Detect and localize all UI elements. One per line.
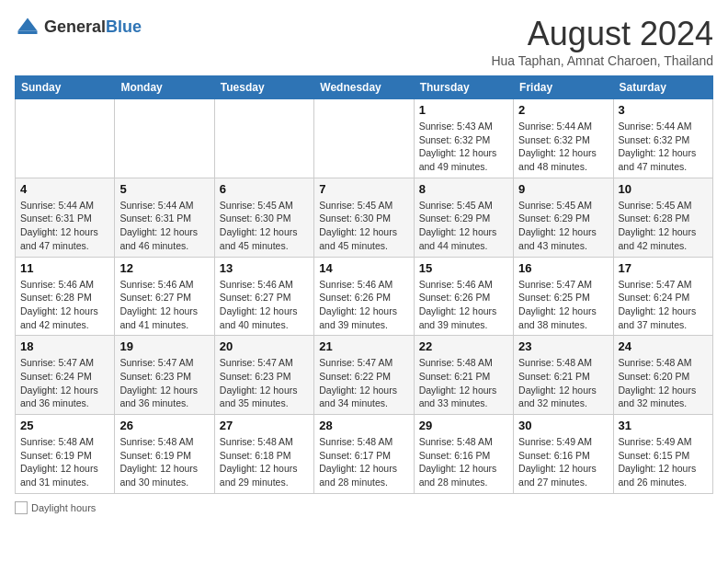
calendar-cell: 16Sunrise: 5:47 AM Sunset: 6:25 PM Dayli…	[514, 257, 613, 336]
week-row-1: 4Sunrise: 5:44 AM Sunset: 6:31 PM Daylig…	[16, 178, 713, 257]
week-row-3: 18Sunrise: 5:47 AM Sunset: 6:24 PM Dayli…	[16, 336, 713, 415]
day-info: Sunrise: 5:46 AM Sunset: 6:27 PM Dayligh…	[220, 278, 309, 332]
day-number: 25	[20, 419, 109, 432]
day-info: Sunrise: 5:46 AM Sunset: 6:27 PM Dayligh…	[119, 278, 209, 332]
day-number: 7	[319, 182, 408, 196]
calendar-cell: 25Sunrise: 5:48 AM Sunset: 6:19 PM Dayli…	[16, 415, 115, 494]
day-info: Sunrise: 5:49 AM Sunset: 6:16 PM Dayligh…	[518, 435, 608, 489]
day-number: 3	[619, 103, 708, 117]
calendar-cell: 18Sunrise: 5:47 AM Sunset: 6:24 PM Dayli…	[16, 336, 115, 415]
legend-color-box	[15, 501, 28, 514]
svg-rect-1	[18, 31, 38, 35]
calendar-cell: 8Sunrise: 5:45 AM Sunset: 6:29 PM Daylig…	[414, 178, 513, 257]
day-number: 8	[419, 182, 508, 196]
day-info: Sunrise: 5:45 AM Sunset: 6:30 PM Dayligh…	[220, 199, 309, 253]
location-subtitle: Hua Taphan, Amnat Charoen, Thailand	[491, 53, 713, 68]
day-info: Sunrise: 5:44 AM Sunset: 6:32 PM Dayligh…	[619, 120, 708, 174]
day-number: 10	[619, 182, 708, 196]
day-info: Sunrise: 5:43 AM Sunset: 6:32 PM Dayligh…	[419, 120, 508, 174]
day-number: 21	[319, 339, 408, 353]
day-info: Sunrise: 5:44 AM Sunset: 6:31 PM Dayligh…	[119, 199, 209, 253]
day-info: Sunrise: 5:45 AM Sunset: 6:28 PM Dayligh…	[619, 199, 708, 253]
day-number: 4	[20, 182, 109, 196]
calendar-cell: 21Sunrise: 5:47 AM Sunset: 6:22 PM Dayli…	[314, 336, 414, 415]
day-info: Sunrise: 5:47 AM Sunset: 6:23 PM Dayligh…	[220, 356, 309, 410]
day-info: Sunrise: 5:47 AM Sunset: 6:22 PM Dayligh…	[319, 356, 408, 410]
day-info: Sunrise: 5:48 AM Sunset: 6:20 PM Dayligh…	[619, 356, 708, 410]
day-number: 28	[319, 419, 408, 432]
day-number: 29	[419, 419, 508, 432]
day-info: Sunrise: 5:47 AM Sunset: 6:23 PM Dayligh…	[119, 356, 209, 410]
day-number: 18	[20, 339, 109, 353]
day-number: 22	[419, 339, 508, 353]
week-row-0: 1Sunrise: 5:43 AM Sunset: 6:32 PM Daylig…	[16, 99, 713, 178]
day-header-sunday: Sunday	[16, 76, 115, 99]
day-number: 24	[619, 339, 708, 353]
day-info: Sunrise: 5:48 AM Sunset: 6:19 PM Dayligh…	[119, 435, 209, 489]
day-info: Sunrise: 5:48 AM Sunset: 6:16 PM Dayligh…	[419, 435, 508, 489]
calendar-cell: 12Sunrise: 5:46 AM Sunset: 6:27 PM Dayli…	[115, 257, 214, 336]
calendar-cell: 22Sunrise: 5:48 AM Sunset: 6:21 PM Dayli…	[414, 336, 513, 415]
day-number: 30	[518, 419, 608, 432]
day-number: 17	[619, 261, 708, 275]
day-number: 6	[220, 182, 309, 196]
day-info: Sunrise: 5:45 AM Sunset: 6:29 PM Dayligh…	[419, 199, 508, 253]
day-header-friday: Friday	[514, 76, 613, 99]
page-header: General Blue August 2024 Hua Taphan, Amn…	[15, 15, 713, 68]
day-header-saturday: Saturday	[613, 76, 712, 99]
day-info: Sunrise: 5:48 AM Sunset: 6:21 PM Dayligh…	[419, 356, 508, 410]
calendar-cell: 14Sunrise: 5:46 AM Sunset: 6:26 PM Dayli…	[314, 257, 414, 336]
day-number: 16	[518, 261, 608, 275]
day-number: 11	[20, 261, 109, 275]
day-number: 1	[419, 103, 508, 117]
logo-icon	[15, 15, 40, 40]
day-info: Sunrise: 5:44 AM Sunset: 6:32 PM Dayligh…	[518, 120, 608, 174]
day-info: Sunrise: 5:48 AM Sunset: 6:18 PM Dayligh…	[220, 435, 309, 489]
day-info: Sunrise: 5:48 AM Sunset: 6:19 PM Dayligh…	[20, 435, 109, 489]
calendar-cell: 23Sunrise: 5:48 AM Sunset: 6:21 PM Dayli…	[514, 336, 613, 415]
calendar-cell: 1Sunrise: 5:43 AM Sunset: 6:32 PM Daylig…	[414, 99, 513, 178]
svg-marker-0	[18, 18, 38, 31]
day-header-tuesday: Tuesday	[214, 76, 313, 99]
calendar-cell: 3Sunrise: 5:44 AM Sunset: 6:32 PM Daylig…	[613, 99, 712, 178]
calendar-cell: 31Sunrise: 5:49 AM Sunset: 6:15 PM Dayli…	[613, 415, 712, 494]
week-row-4: 25Sunrise: 5:48 AM Sunset: 6:19 PM Dayli…	[16, 415, 713, 494]
day-headers-row: SundayMondayTuesdayWednesdayThursdayFrid…	[16, 76, 713, 99]
day-info: Sunrise: 5:44 AM Sunset: 6:31 PM Dayligh…	[20, 199, 109, 253]
day-info: Sunrise: 5:46 AM Sunset: 6:28 PM Dayligh…	[20, 278, 109, 332]
logo-general-text: General	[44, 18, 106, 37]
calendar-cell: 29Sunrise: 5:48 AM Sunset: 6:16 PM Dayli…	[414, 415, 513, 494]
calendar-cell: 2Sunrise: 5:44 AM Sunset: 6:32 PM Daylig…	[514, 99, 613, 178]
day-number: 20	[220, 339, 309, 353]
day-info: Sunrise: 5:49 AM Sunset: 6:15 PM Dayligh…	[619, 435, 708, 489]
day-info: Sunrise: 5:47 AM Sunset: 6:25 PM Dayligh…	[518, 278, 608, 332]
day-info: Sunrise: 5:48 AM Sunset: 6:21 PM Dayligh…	[518, 356, 608, 410]
logo: General Blue	[15, 15, 142, 40]
day-number: 31	[619, 419, 708, 432]
day-number: 14	[319, 261, 408, 275]
calendar-cell	[214, 99, 313, 178]
week-row-2: 11Sunrise: 5:46 AM Sunset: 6:28 PM Dayli…	[16, 257, 713, 336]
month-title: August 2024	[491, 15, 713, 53]
calendar-cell: 17Sunrise: 5:47 AM Sunset: 6:24 PM Dayli…	[613, 257, 712, 336]
day-info: Sunrise: 5:45 AM Sunset: 6:29 PM Dayligh…	[518, 199, 608, 253]
day-number: 2	[518, 103, 608, 117]
calendar-cell	[314, 99, 414, 178]
day-number: 23	[518, 339, 608, 353]
day-header-monday: Monday	[115, 76, 214, 99]
legend: Daylight hours	[15, 501, 713, 516]
day-number: 5	[119, 182, 209, 196]
calendar-cell: 30Sunrise: 5:49 AM Sunset: 6:16 PM Dayli…	[514, 415, 613, 494]
calendar-cell: 28Sunrise: 5:48 AM Sunset: 6:17 PM Dayli…	[314, 415, 414, 494]
day-number: 12	[119, 261, 209, 275]
day-number: 15	[419, 261, 508, 275]
day-number: 13	[220, 261, 309, 275]
logo-blue-text: Blue	[106, 18, 142, 37]
calendar-cell: 4Sunrise: 5:44 AM Sunset: 6:31 PM Daylig…	[16, 178, 115, 257]
title-block: August 2024 Hua Taphan, Amnat Charoen, T…	[491, 15, 713, 68]
day-info: Sunrise: 5:45 AM Sunset: 6:30 PM Dayligh…	[319, 199, 408, 253]
day-header-thursday: Thursday	[414, 76, 513, 99]
day-header-wednesday: Wednesday	[314, 76, 414, 99]
calendar-cell: 24Sunrise: 5:48 AM Sunset: 6:20 PM Dayli…	[613, 336, 712, 415]
calendar-cell: 19Sunrise: 5:47 AM Sunset: 6:23 PM Dayli…	[115, 336, 214, 415]
